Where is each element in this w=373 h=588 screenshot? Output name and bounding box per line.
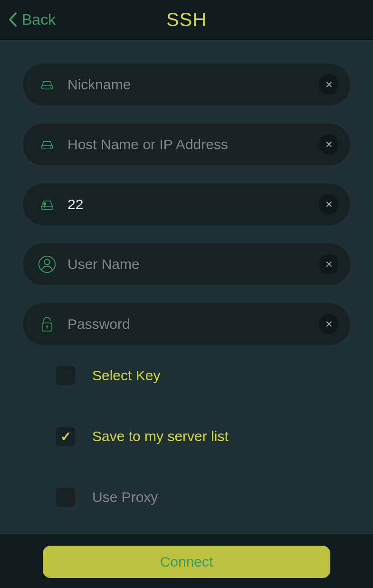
close-icon: ✕ <box>325 200 333 209</box>
nickname-field: ✕ <box>23 64 350 106</box>
select-key-label: Select Key <box>92 367 160 384</box>
nickname-input[interactable] <box>57 64 319 106</box>
use-proxy-checkbox[interactable] <box>56 488 75 507</box>
port-input[interactable] <box>57 183 319 225</box>
checkmark-icon: ✓ <box>60 429 71 444</box>
password-field: ✕ <box>23 303 350 345</box>
connect-button[interactable]: Connect <box>43 546 330 578</box>
disk-icon <box>37 135 57 154</box>
port-icon <box>37 194 57 214</box>
svg-point-3 <box>50 147 51 148</box>
username-field: ✕ <box>23 243 350 285</box>
form-panel: ✕ ✕ ✕ <box>0 40 373 534</box>
svg-point-5 <box>43 202 46 205</box>
back-button[interactable]: Back <box>9 11 56 29</box>
save-list-checkbox[interactable]: ✓ <box>56 427 75 446</box>
header-bar: Back SSH <box>0 0 373 40</box>
clear-nickname-button[interactable]: ✕ <box>319 75 339 95</box>
select-key-checkbox[interactable] <box>56 366 75 385</box>
clear-password-button[interactable]: ✕ <box>319 314 339 334</box>
host-input[interactable] <box>57 124 319 165</box>
page-title: SSH <box>166 9 207 30</box>
svg-point-10 <box>46 326 48 327</box>
close-icon: ✕ <box>325 260 333 269</box>
select-key-option[interactable]: Select Key <box>56 366 350 385</box>
save-list-label: Save to my server list <box>92 428 229 444</box>
use-proxy-label: Use Proxy <box>92 489 158 505</box>
close-icon: ✕ <box>325 80 333 89</box>
clear-port-button[interactable]: ✕ <box>319 194 339 214</box>
disk-icon <box>37 75 57 95</box>
close-icon: ✕ <box>325 140 333 149</box>
host-field: ✕ <box>23 124 350 165</box>
password-input[interactable] <box>57 303 319 345</box>
port-field: ✕ <box>23 183 350 225</box>
chevron-left-icon <box>9 12 17 27</box>
clear-username-button[interactable]: ✕ <box>319 254 339 274</box>
save-list-option[interactable]: ✓ Save to my server list <box>56 427 350 446</box>
user-icon <box>37 254 57 274</box>
svg-point-1 <box>50 87 51 88</box>
use-proxy-option[interactable]: Use Proxy <box>56 488 350 507</box>
username-input[interactable] <box>57 243 319 285</box>
unlock-icon <box>37 314 57 334</box>
svg-rect-4 <box>41 206 53 209</box>
back-label: Back <box>22 11 56 29</box>
close-icon: ✕ <box>325 319 333 329</box>
options-group: Select Key ✓ Save to my server list Use … <box>23 363 350 507</box>
clear-host-button[interactable]: ✕ <box>319 135 339 154</box>
svg-point-8 <box>44 260 49 265</box>
footer-bar: Connect <box>0 534 373 588</box>
